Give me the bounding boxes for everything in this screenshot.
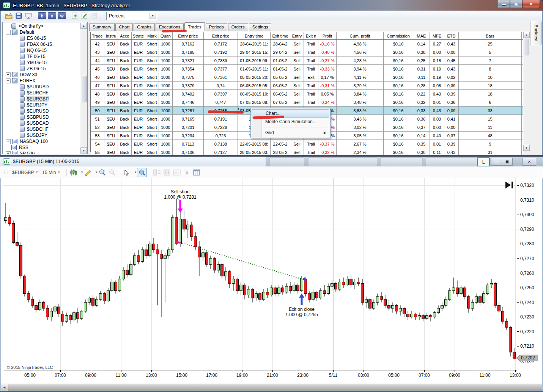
tree-item-eurjpy[interactable]: $EURJPY [3,102,87,108]
tree-item-usdcad[interactable]: $USDCAD [3,120,87,126]
tree-item-es-06-15[interactable]: ES 06-15 [3,35,87,41]
maximize-button[interactable]: ▣ [502,158,513,166]
chevron-down-icon[interactable]: ▼ [80,171,83,174]
cursor-button[interactable] [123,168,132,177]
symbol-select[interactable]: $EURGBP▼ [12,170,38,175]
table-row[interactable]: 49$EUBackEURShort10000,74460,74707-05-20… [91,98,523,107]
column-header-commission[interactable]: Commission [384,32,413,39]
tree-item-dow-30[interactable]: +DOW 30 [3,72,87,78]
column-header-acco[interactable]: Acco [118,32,132,39]
tree-item-gbpusd[interactable]: $GBPUSD [3,114,87,120]
column-header-strate[interactable]: Strate [132,32,145,39]
scroll-left-icon[interactable]: ◄ [1,384,8,391]
column-header-instru[interactable]: Instru [104,32,118,39]
column-header-entry-price[interactable]: Entry price [173,32,204,39]
table-row[interactable]: 45$EUBackEURShort10000,73540,737701-05-2… [91,65,523,73]
tree-item-zb-06-15[interactable]: ZB 06-15 [3,66,87,72]
tree-item-usdjpy[interactable]: $USDJPY [3,132,87,138]
scroll-up-icon[interactable]: ▲ [80,23,87,29]
column-header-bars[interactable]: Bars [459,32,522,39]
b-button[interactable]: b [38,12,46,19]
chart-trader-icon[interactable] [162,168,172,177]
column-header-cum-profit[interactable]: Cum. profit [337,32,384,39]
chevron-down-icon[interactable]: ▼ [95,171,98,174]
chart-titlebar[interactable]: $EURGBP (15 Min) 11-05-2015 [0,157,266,167]
tree-item-nasdaq-100[interactable]: +NASDAQ 100 [3,138,87,144]
table-row[interactable]: 46$EUBackEURShort10000,73750,736105-05-2… [91,73,523,82]
price-axis[interactable]: 0,73200,73100,73000,72900,72800,72700,72… [517,178,534,370]
interval-select[interactable]: 15 Min▼ [42,170,60,175]
dollar-icon[interactable]: $ [182,168,191,177]
tab-summary[interactable]: Summary [89,23,115,31]
tree-item-usdchf[interactable]: $USDCHF [3,126,87,132]
tree-scroll-thumb[interactable] [81,76,87,102]
display-mode-select[interactable]: Percent ▼ [106,12,157,20]
tree-item-forex[interactable]: −FOREX [3,78,87,84]
table-row[interactable]: 54$EUBackEURShort10000,71130,713822-05-2… [91,140,523,148]
column-header-mark[interactable]: Mark [145,32,159,39]
zoom-out-button[interactable] [108,168,117,177]
column-header-entry-time[interactable]: Entry time [238,32,271,39]
candlestick-chart-svg[interactable]: Sell short1.000 @ 0,7281Exit on close1.0… [1,178,542,384]
collapse-icon[interactable]: − [6,78,11,83]
add-button[interactable] [70,12,79,20]
close-button[interactable]: ✕ [523,158,536,166]
open-button[interactable] [4,12,13,20]
toolbar-grip[interactable]: ⋮⋮ [2,170,9,175]
time-axis[interactable]: 05:0007:0009:0011:0013:0015:0017:0019:00… [4,370,521,378]
tree-item-ym-06-15[interactable]: YM 06-15 [3,60,87,66]
column-header-quan[interactable]: Quan [159,32,173,39]
column-header-exit-n[interactable]: Exit n [304,32,318,39]
column-header-mae[interactable]: MAE [413,32,430,39]
column-header-profit[interactable]: Profit [318,32,337,39]
tree-item-tf-06-15[interactable]: TF 06-15 [3,53,87,60]
table-row[interactable]: 47$EUBackEURShort10000,73790,7406-05-201… [91,82,523,90]
scroll-down-icon[interactable]: ▼ [523,145,530,151]
zoom-in-button[interactable] [98,168,107,177]
scroll-up-icon[interactable]: ▲ [523,32,530,38]
close-button[interactable]: ✕ [522,0,540,8]
table-scrollbar[interactable]: ▲ ▼ [523,32,530,151]
tree-item-eurgbp[interactable]: $EURGBP [3,96,87,102]
data-box-button[interactable] [137,168,147,177]
save-button[interactable] [14,12,23,20]
tree-item-sp-500[interactable]: +SP 500 [3,151,87,154]
display-button[interactable] [24,12,33,20]
table-scroll-thumb[interactable] [524,39,529,55]
tree-item-audusd[interactable]: $AUDUSD [3,84,87,90]
expand-icon[interactable]: + [6,151,11,155]
panel-list-icon[interactable] [153,168,162,177]
w-button[interactable]: w [58,12,66,19]
tab-settings[interactable]: Settings [249,23,272,31]
expand-icon[interactable]: + [6,72,11,77]
tree-item-eurusd[interactable]: $EURUSD [3,108,87,114]
backtest-side-tab[interactable]: Backtest [530,21,542,45]
expand-icon[interactable]: + [6,139,11,144]
step-forward-icon[interactable] [505,182,513,188]
column-header-exit-time[interactable]: Exit time [271,32,290,39]
column-header-trade[interactable]: Trade [91,32,104,39]
tree-item-on-the-fly[interactable]: <On the fly> [3,23,87,29]
tree-item-fdax-06-15[interactable]: FDAX 06-15 [3,41,87,47]
menu-item-grid[interactable]: Grid▶ [251,129,330,137]
tab-periods[interactable]: Periods [206,23,227,31]
column-header-etd[interactable]: ETD [444,32,459,39]
tree-item-default[interactable]: −Default [3,29,87,35]
draw-button[interactable] [83,168,93,177]
remove-button[interactable] [90,12,99,20]
data-grid-icon[interactable] [192,168,201,177]
chevron-down-icon[interactable]: ▼ [134,171,137,174]
analyzer-titlebar[interactable]: EURGBP_BB_15min - $EURGBP - Strategy Ana… [0,0,543,11]
tree-scrollbar[interactable]: ▲ ▼ [80,23,87,154]
chart-style-button[interactable] [69,168,78,177]
price-chart[interactable]: Sell short1.000 @ 0,7281Exit on close1.0… [1,178,542,384]
maximize-button[interactable]: ▣ [510,0,522,8]
collapse-icon[interactable]: − [6,30,11,35]
table-row[interactable]: 44$EUBackEURShort10000,73210,733901-05-2… [91,56,523,65]
chevron-down-icon[interactable]: ▼ [150,13,156,19]
l-button[interactable]: L [477,157,490,167]
chart-scrollbar[interactable]: ◄ [1,384,542,391]
tab-trades[interactable]: Trades [184,22,205,31]
tree-item-rss[interactable]: RSS [3,144,87,151]
o-button[interactable]: o [48,12,56,19]
